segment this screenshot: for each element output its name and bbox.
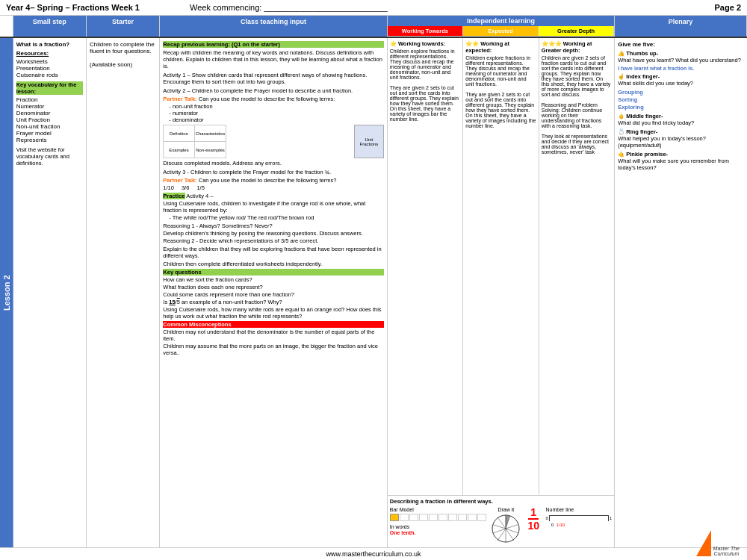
pinkie: 🤙 Pinkie promise-What will you make sure… [618, 151, 744, 171]
independent-column: ⭐ Working towards: Children explore frac… [388, 38, 615, 547]
working-towards-col: ⭐ Working towards: Children explore frac… [388, 38, 463, 495]
page-number: Page 2 [557, 3, 741, 12]
exp-content: Children explore fractions in different … [465, 55, 536, 128]
plenary-intro: Give me five: [618, 41, 744, 48]
lesson-label: Lesson 2 [0, 38, 13, 547]
activity4-heading: Practice Activity 4 – [163, 193, 383, 199]
fraction-numerator: 1 [530, 507, 536, 517]
vocab-numerator: Numerator [16, 103, 83, 110]
misconception2: Children may assume that the more parts … [163, 343, 383, 356]
term-non-unit: - non-unit fraction [169, 103, 383, 110]
vocab-non-unit: Non-unit fraction [16, 123, 83, 130]
reasoning1: Reasoning 1 - Always? Sometimes? Never? [163, 223, 383, 229]
circle-diagram [491, 514, 521, 544]
describing-label: Describing a fraction in different ways. [390, 498, 612, 505]
key-questions-heading: Key questions [163, 269, 383, 276]
activity3: Activity 3 - Children to complete the Fr… [163, 169, 383, 175]
page-title: Year 4– Spring – Fractions Week 1 [6, 3, 190, 12]
partner-talk2: Partner Talk: Can you use the model to d… [163, 177, 383, 184]
frayer-center: UnitFractions [354, 125, 384, 158]
fraction-representations: Describing a fraction in different ways.… [388, 496, 614, 547]
vocab-denominator: Denominator [16, 110, 83, 116]
sub-header-working: Working Towards [388, 26, 463, 36]
learned-text: I have learnt what a fraction is. [618, 66, 744, 71]
in-words-label: In words [390, 524, 486, 529]
index-finger: ☝️ Index finger-What skills did you use … [618, 73, 744, 87]
draw-it-label: Draw it [491, 507, 521, 512]
bar-model-section: Bar Model [390, 507, 486, 535]
col-header-small-step: Small step [13, 16, 87, 37]
discuss: Discuss completed models. Address any er… [163, 160, 383, 167]
frayer-definition: Definition [164, 125, 194, 142]
vocab-unit-fraction: Unit Fraction [16, 116, 83, 123]
recap-text: Recap with children the meaning of key w… [163, 49, 383, 69]
col-header-starter: Starter [87, 16, 160, 37]
one-tenth-text: One tenth. [390, 530, 486, 535]
partner-talk1: Partner Talk: Can you use the model to d… [163, 96, 383, 102]
gd-content: Children are given 2 sets of fraction ca… [542, 55, 612, 155]
week-commencing: Week commencing: _______________________… [190, 3, 557, 12]
skill-exploring: Exploring [618, 104, 744, 111]
explain-text: Explain to the children that they will b… [163, 246, 383, 259]
small-step-question: What is a fraction? [16, 41, 83, 48]
key-vocab-label: Key vocabulary for the lesson: [16, 81, 83, 95]
frayer-non-examples: Non-examples [194, 142, 226, 158]
col-header-independent: Independent learning [388, 16, 614, 26]
expected-col: ⭐⭐ Working at expected: Children explore… [463, 38, 539, 495]
page-footer: www.masterthecurriculum.co.uk Master The… [0, 547, 747, 560]
sub-header-expected: Expected [463, 26, 539, 36]
gd-star: ⭐⭐⭐ Working at Greater depth: [542, 40, 612, 54]
term-3-6: 3/6 [182, 184, 189, 191]
skill-sorting: Sorting [618, 96, 744, 103]
col-header-plenary: Plenary [615, 16, 747, 37]
exp-star: ⭐⭐ Working at expected: [465, 40, 536, 54]
starter-column: Children to complete the fluent in four … [87, 38, 160, 547]
vocab-frayer: Frayer model [16, 130, 83, 137]
wt-star: ⭐ Working towards: [390, 40, 460, 47]
main-content: Lesson 2 What is a fraction? Resources: … [0, 38, 747, 547]
draw-it-section: Draw it [491, 507, 521, 545]
bar-model-label: Bar Model [390, 507, 486, 512]
kq1: How can we sort the fraction cards? [163, 276, 383, 283]
misconceptions-heading: Common Misconceptions [163, 321, 383, 328]
column-headers: Small step Starter Class teaching input … [0, 16, 747, 38]
footer-url: www.masterthecurriculum.co.uk [326, 550, 421, 558]
term-numerator: - numerator [169, 110, 383, 116]
term-denominator: - denominator [169, 116, 383, 123]
number-line-label: Number line [545, 507, 612, 512]
kq2: What fraction does each one represent? [163, 284, 383, 290]
fraction-denominator: 10 [527, 520, 539, 531]
frayer-characteristics: Characteristics [194, 125, 226, 142]
sub-header-greater: Greater Depth [539, 26, 614, 36]
rod-items: - The white rod/The yellow rod/ The red … [169, 214, 383, 221]
col-header-class: Class teaching input [160, 16, 387, 37]
number-line-section: Number line 0 [545, 507, 612, 527]
kq3: Could some cards represent more than one… [163, 291, 383, 298]
kq4: Is 15/5 an example of a non-unit fractio… [163, 299, 383, 305]
vocab-fraction: Fraction [16, 96, 83, 103]
activity1: Activity 1 – Show children cards that re… [163, 72, 383, 85]
frayer-examples: Examples [164, 142, 194, 158]
greater-depth-col: ⭐⭐⭐ Working at Greater depth: Children a… [539, 38, 614, 495]
activity2-intro: Activity 2 – Children to complete the Fr… [163, 87, 383, 94]
fraction-display-section: 1 10 [526, 507, 542, 531]
term-1-10: 1/10 [163, 184, 174, 191]
kq5: Using Cuisenaire rods, how many white ro… [163, 306, 383, 320]
logo-text: Master TheCurriculum [713, 546, 740, 556]
activity4-text: Using Cuisenaire rods, children to inves… [163, 200, 383, 214]
page-header: Year 4– Spring – Fractions Week 1 Week c… [0, 0, 747, 16]
resource-worksheets: Worksheets [16, 58, 83, 65]
reasoning2: Reasoning 2 - Decide which representatio… [163, 237, 383, 244]
small-step-column: What is a fraction? Resources: Worksheet… [13, 38, 87, 547]
thumbs-up: 👍 Thumbs up-What have you learnt? What d… [618, 50, 744, 63]
middle-finger: 🖕 Middle finger-What did you find tricky… [618, 113, 744, 126]
resources-label: Resources: [16, 50, 83, 57]
wt-content: Children explore fractions in different … [390, 49, 460, 122]
starter-text: Children to complete the fluent in four … [90, 41, 156, 55]
recap-heading: Recap previous learning: (Q1 on the star… [163, 41, 383, 48]
class-teaching-column: Recap previous learning: (Q1 on the star… [160, 38, 387, 547]
worksheet-text: Children then complete differentiated wo… [163, 261, 383, 267]
vocab-represents: Represents [16, 137, 83, 143]
starter-available: (Available soon) [90, 61, 156, 68]
skill-grouping: Grouping [618, 89, 744, 96]
